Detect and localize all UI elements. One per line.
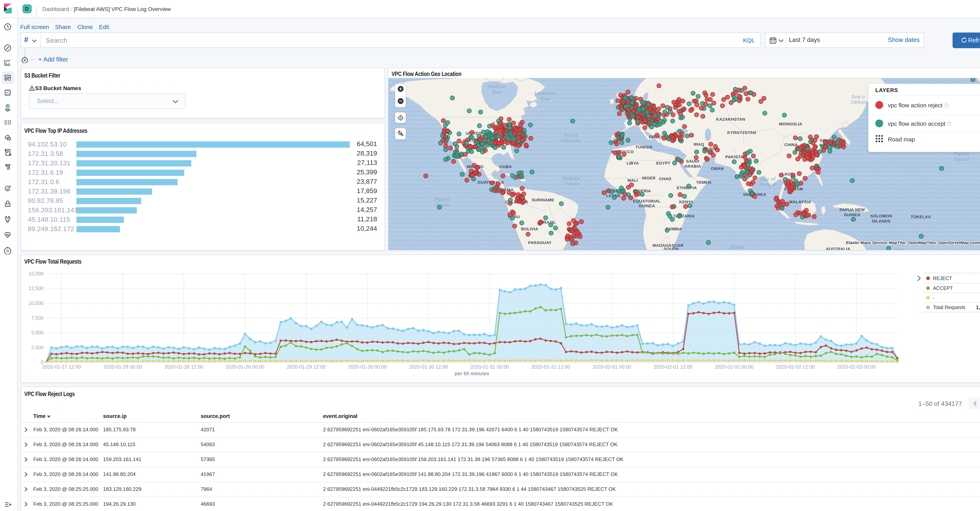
svg-text:Sea: Sea bbox=[894, 247, 904, 250]
svg-text:5,000: 5,000 bbox=[31, 330, 43, 335]
svg-text:LIBYA: LIBYA bbox=[626, 160, 639, 165]
svg-text:per 60 minutes: per 60 minutes bbox=[455, 371, 489, 376]
svg-text:SURINAME: SURINAME bbox=[531, 197, 554, 202]
svg-text:ACCEPT: ACCEPT bbox=[933, 286, 953, 291]
svg-text:2020-01-31 00:00: 2020-01-31 00:00 bbox=[470, 364, 509, 370]
svg-text:2,500: 2,500 bbox=[31, 345, 43, 350]
svg-text:2020-01-28 12:00: 2020-01-28 12:00 bbox=[164, 364, 203, 370]
svg-text:IRAQ: IRAQ bbox=[694, 142, 704, 146]
svg-text:Pacific: Pacific bbox=[434, 197, 450, 202]
svg-text:SOLOMON: SOLOMON bbox=[870, 214, 892, 218]
svg-text:MALI: MALI bbox=[627, 178, 638, 182]
svg-text:Okhots: Okhots bbox=[851, 99, 867, 105]
svg-text:2020-02-01 12:00: 2020-02-01 12:00 bbox=[654, 364, 692, 370]
svg-text:GUINEA: GUINEA bbox=[638, 203, 655, 208]
svg-text:NIGER: NIGER bbox=[642, 176, 655, 180]
svg-text:7,500: 7,500 bbox=[31, 315, 43, 321]
svg-text:TUNISIA: TUNISIA bbox=[635, 144, 652, 149]
svg-text:SOUTH: SOUTH bbox=[663, 246, 678, 250]
svg-text:CUBA: CUBA bbox=[500, 164, 512, 169]
svg-text:Ocean: Ocean bbox=[729, 250, 745, 250]
svg-text:2020-01-30 00:00: 2020-01-30 00:00 bbox=[348, 364, 387, 370]
svg-text:1,226: 1,226 bbox=[976, 305, 980, 310]
svg-text:Ocean: Ocean bbox=[564, 181, 579, 186]
svg-text:12,500: 12,500 bbox=[29, 286, 43, 291]
svg-text:Bengal: Bengal bbox=[759, 182, 776, 187]
svg-text:Ocean: Ocean bbox=[954, 157, 970, 162]
svg-text:MALAYSIA: MALAYSIA bbox=[789, 199, 811, 204]
svg-text:REJECT: REJECT bbox=[933, 276, 952, 281]
svg-text:2020-02-02 00:00: 2020-02-02 00:00 bbox=[715, 364, 753, 370]
svg-text:AUSTRALIA: AUSTRALIA bbox=[826, 246, 850, 250]
svg-text:Sea: Sea bbox=[540, 96, 550, 101]
svg-text:EQUATORIAL: EQUATORIAL bbox=[633, 198, 660, 203]
svg-text:EGYPT: EGYPT bbox=[656, 160, 670, 165]
svg-text:OMAN: OMAN bbox=[711, 166, 724, 171]
svg-text:YEMEN: YEMEN bbox=[696, 180, 711, 184]
svg-text:2020-02-03 00:00: 2020-02-03 00:00 bbox=[837, 364, 876, 370]
svg-text:CHINA: CHINA bbox=[784, 142, 798, 147]
svg-text:15,000: 15,000 bbox=[29, 271, 43, 276]
svg-text:PAPUA NEW: PAPUA NEW bbox=[839, 207, 865, 212]
svg-text:Indian: Indian bbox=[730, 244, 744, 249]
svg-text:Elastic Maps Service, MapTiler: Elastic Maps Service, MapTiler, OpenMapT… bbox=[846, 240, 980, 244]
svg-text:2020-01-31 12:00: 2020-01-31 12:00 bbox=[531, 364, 570, 370]
svg-text:ISLANDS: ISLANDS bbox=[872, 219, 891, 223]
svg-text:KENYA: KENYA bbox=[679, 199, 694, 204]
svg-text:2020-01-29 12:00: 2020-01-29 12:00 bbox=[287, 364, 325, 370]
svg-text:Bay: Bay bbox=[492, 89, 501, 94]
svg-text:Bay of: Bay of bbox=[760, 176, 775, 181]
svg-text:TANZANIA: TANZANIA bbox=[673, 214, 695, 218]
svg-text:TOKELAU: TOKELAU bbox=[910, 214, 931, 219]
svg-text:MONGOLIA: MONGOLIA bbox=[779, 121, 802, 126]
svg-text:2020-01-27 12:00: 2020-01-27 12:00 bbox=[42, 364, 81, 370]
svg-text:2020-01-30 12:00: 2020-01-30 12:00 bbox=[409, 364, 448, 370]
svg-text:KAZAKHSTAN: KAZAKHSTAN bbox=[716, 117, 745, 121]
svg-text:GUINEA: GUINEA bbox=[844, 212, 860, 217]
svg-text:2020-01-29 00:00: 2020-01-29 00:00 bbox=[226, 364, 264, 370]
svg-text:ARABIA: ARABIA bbox=[684, 164, 701, 168]
svg-text:2020-01-28 00:00: 2020-01-28 00:00 bbox=[103, 364, 142, 370]
svg-text:CHAD: CHAD bbox=[659, 176, 671, 181]
svg-text:10,000: 10,000 bbox=[29, 300, 43, 306]
svg-text:Sea o: Sea o bbox=[851, 94, 865, 99]
svg-text:Atlantiko: Atlantiko bbox=[560, 138, 581, 143]
svg-text:PARAGUAY: PARAGUAY bbox=[528, 240, 551, 244]
svg-text:Hudson: Hudson bbox=[488, 84, 506, 89]
svg-text:Labrador: Labrador bbox=[535, 90, 556, 95]
svg-text:Atlantic: Atlantic bbox=[562, 175, 581, 181]
svg-text:Total Requests: Total Requests bbox=[933, 305, 965, 310]
svg-text:2020-02-02 12:00: 2020-02-02 12:00 bbox=[776, 364, 815, 370]
svg-text:Norda: Norda bbox=[564, 132, 578, 138]
svg-text:-: - bbox=[933, 295, 934, 300]
svg-text:KYRGYZSTAN: KYRGYZSTAN bbox=[727, 130, 756, 135]
svg-text:BOLIVIA: BOLIVIA bbox=[521, 227, 538, 231]
svg-text:2020-02-01 00:00: 2020-02-01 00:00 bbox=[592, 364, 631, 370]
